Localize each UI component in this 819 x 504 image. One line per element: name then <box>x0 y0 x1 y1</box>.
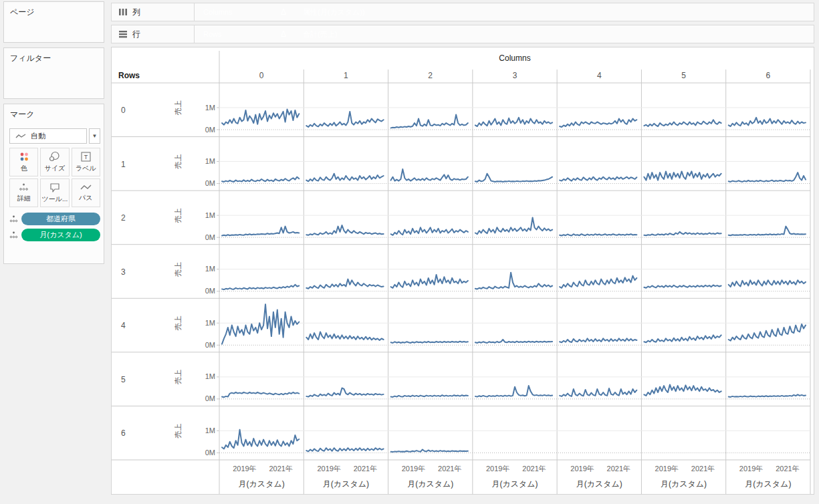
path-button[interactable]: パス <box>72 178 100 207</box>
columns-field-title[interactable]: Columns <box>499 53 530 63</box>
sparkline-r4c3[interactable] <box>475 340 552 343</box>
column-header-3[interactable]: 3 <box>513 71 517 80</box>
mark-type-dropdown-arrow[interactable]: ▼ <box>89 128 100 144</box>
sparkline-r2c1[interactable] <box>306 225 383 235</box>
pill-columns-calc-label: Columns <box>203 8 232 16</box>
color-button[interactable]: 色 <box>9 148 38 176</box>
column-header-6[interactable]: 6 <box>766 71 771 80</box>
sparkline-r0c5[interactable] <box>644 120 721 126</box>
sparkline-r1c0[interactable] <box>222 177 299 182</box>
sparkline-r5c4[interactable] <box>560 388 636 396</box>
sparkline-r2c4[interactable] <box>560 234 636 235</box>
sparkline-r1c3[interactable] <box>475 174 552 182</box>
pill-month-custom[interactable]: 月(カスタム) <box>21 229 100 241</box>
sparkline-r1c5[interactable] <box>644 171 721 180</box>
sparkline-r4c0[interactable] <box>222 304 299 344</box>
sparkline-r1c4[interactable] <box>560 177 636 181</box>
sparkline-r4c2[interactable] <box>391 342 468 343</box>
row-header-1[interactable]: 1 <box>121 160 126 169</box>
sparkline-r5c3[interactable] <box>475 386 552 397</box>
sparkline-r3c1[interactable] <box>306 279 383 289</box>
column-header-1[interactable]: 1 <box>344 71 348 80</box>
column-header-2[interactable]: 2 <box>428 71 433 80</box>
y-tick-label: 1M <box>205 426 215 434</box>
sparkline-r2c2[interactable] <box>391 227 468 235</box>
size-button[interactable]: サイズ <box>40 148 69 176</box>
row-header-3[interactable]: 3 <box>121 267 126 277</box>
sparkline-r2c0[interactable] <box>222 227 299 236</box>
sparkline-r3c2[interactable] <box>391 275 468 288</box>
row-header-0[interactable]: 0 <box>121 106 126 115</box>
tooltip-bubble-icon <box>49 182 60 193</box>
sparkline-r4c4[interactable] <box>560 338 636 342</box>
mark-pill-row-prefecture: 都道府県 <box>9 213 100 225</box>
sparkline-r0c2[interactable] <box>391 115 468 128</box>
pill-sum-sales[interactable]: 合計(売上) <box>296 27 344 41</box>
row-header-6[interactable]: 6 <box>121 428 126 438</box>
sparkline-r5c0[interactable] <box>222 392 299 397</box>
column-header-4[interactable]: 4 <box>597 71 602 80</box>
label-button[interactable]: T ラベル <box>72 148 100 176</box>
column-header-5[interactable]: 5 <box>681 71 686 80</box>
sparkline-r4c1[interactable] <box>306 332 383 341</box>
y-axis-title: 売上 <box>174 370 182 384</box>
sparkline-r0c4[interactable] <box>560 119 636 128</box>
row-header-5[interactable]: 5 <box>121 375 126 384</box>
sparkline-r2c6[interactable] <box>729 227 806 236</box>
column-header-0[interactable]: 0 <box>259 71 264 80</box>
sparkline-r5c5[interactable] <box>644 384 721 396</box>
row-header-4[interactable]: 4 <box>121 321 126 330</box>
y-axis-title: 売上 <box>174 262 182 277</box>
sparkline-r1c2[interactable] <box>391 169 468 181</box>
pill-attr-month[interactable]: 属性(月(カスタム)) <box>296 5 372 19</box>
sparkline-r6c2[interactable] <box>391 450 468 453</box>
row-header-2[interactable]: 2 <box>121 213 126 223</box>
y-axis-title: 売上 <box>174 154 182 169</box>
sparkline-r0c1[interactable] <box>306 112 383 127</box>
size-button-label: サイズ <box>45 164 66 173</box>
x-tick-label: 2019年 <box>402 465 425 473</box>
sparkline-r4c5[interactable] <box>644 335 721 342</box>
columns-shelf[interactable]: 列 Columns Δ 属性(月(カスタム)) <box>111 3 814 21</box>
sparkline-r5c2[interactable] <box>391 395 468 397</box>
sparkline-r6c0[interactable] <box>222 430 299 449</box>
sparkline-r1c1[interactable] <box>306 174 383 182</box>
columns-shelf-header: 列 <box>112 3 195 21</box>
pages-shelf[interactable]: ページ <box>3 1 104 43</box>
pill-columns-calc[interactable]: Columns Δ <box>197 5 293 19</box>
rows-field-title[interactable]: Rows <box>118 71 140 80</box>
sparkline-r0c0[interactable] <box>222 110 299 125</box>
sparkline-r3c6[interactable] <box>729 280 806 287</box>
filters-shelf[interactable]: フィルター <box>3 47 104 99</box>
mark-type-dropdown[interactable]: 自動 <box>9 128 87 144</box>
sparkline-r3c4[interactable] <box>560 276 636 288</box>
detail-button[interactable]: 詳細 <box>9 178 38 207</box>
sparkline-r2c5[interactable] <box>644 232 721 235</box>
sparkline-r2c3[interactable] <box>475 217 552 234</box>
sparkline-r5c1[interactable] <box>306 388 383 396</box>
detail-button-label: 詳細 <box>17 194 31 203</box>
sparkline-r0c3[interactable] <box>475 118 552 126</box>
mark-buttons: 色 サイズ T ラベル 詳細 ツール <box>9 148 100 207</box>
pill-prefecture[interactable]: 都道府県 <box>21 213 100 225</box>
tooltip-button[interactable]: ツール... <box>40 178 69 207</box>
sparkline-r3c5[interactable] <box>644 285 721 288</box>
tooltip-button-label: ツール... <box>42 195 68 204</box>
sparkline-r3c0[interactable] <box>222 285 299 289</box>
sparkline-r3c3[interactable] <box>475 273 552 289</box>
rows-shelf[interactable]: 行 Rows Δ 合計(売上) <box>111 25 814 43</box>
x-tick-label: 2021年 <box>438 465 461 473</box>
table-calc-delta-icon: Δ <box>281 7 286 17</box>
x-axis-title: 月(カスタム) <box>576 479 622 489</box>
y-tick-label: 0M <box>205 126 215 134</box>
rows-shelf-header: 行 <box>112 25 195 43</box>
mark-type-value: 自動 <box>31 131 45 141</box>
sparkline-r1c6[interactable] <box>729 172 806 182</box>
sparkline-r5c6[interactable] <box>729 394 806 397</box>
filters-shelf-label: フィルター <box>4 48 104 64</box>
sparkline-r0c6[interactable] <box>729 118 806 126</box>
sparkline-r6c1[interactable] <box>306 448 383 451</box>
sparkline-r4c6[interactable] <box>729 324 806 341</box>
pill-rows-calc[interactable]: Rows Δ <box>197 27 293 41</box>
y-tick-label: 1M <box>205 157 215 165</box>
